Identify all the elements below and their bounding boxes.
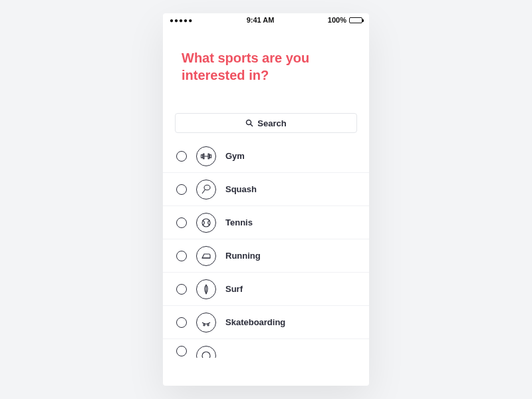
radio-icon[interactable] — [176, 151, 187, 162]
list-item-gym[interactable]: Gym — [163, 140, 369, 173]
list-item-label: Tennis — [225, 217, 253, 227]
svg-point-0 — [247, 120, 251, 125]
svg-point-12 — [203, 324, 205, 325]
list-item-label: Running — [225, 251, 261, 261]
svg-point-9 — [202, 219, 210, 227]
squash-icon — [196, 180, 216, 200]
skateboarding-icon — [196, 313, 216, 332]
list-item-label: Squash — [225, 184, 257, 194]
search-input[interactable]: Search — [175, 113, 357, 133]
list-item-label: Surf — [225, 284, 243, 294]
page-title: What sports are you interested in? — [182, 49, 350, 84]
list-item-surf[interactable]: Surf — [163, 273, 369, 306]
sports-list: Gym Squash Tennis Running — [163, 140, 369, 358]
page-header: What sports are you interested in? — [163, 27, 369, 113]
svg-point-7 — [204, 185, 210, 190]
svg-rect-4 — [203, 154, 205, 159]
gym-icon — [196, 146, 216, 166]
svg-rect-2 — [201, 154, 203, 158]
svg-point-14 — [202, 352, 210, 358]
battery-percent: 100% — [328, 16, 346, 24]
search-placeholder: Search — [257, 118, 286, 128]
radio-icon[interactable] — [176, 346, 187, 356]
tennis-icon — [196, 213, 216, 233]
svg-line-8 — [202, 190, 205, 194]
signal-dots-icon: ●●●●● — [170, 17, 193, 24]
status-time: 9:41 AM — [247, 16, 275, 24]
list-item-label: Skateboarding — [225, 317, 285, 327]
running-icon — [196, 246, 216, 266]
surf-icon — [196, 279, 216, 299]
list-item-tennis[interactable]: Tennis — [163, 206, 369, 239]
list-item-partial[interactable] — [163, 339, 369, 358]
search-icon — [245, 119, 253, 127]
list-item-squash[interactable]: Squash — [163, 173, 369, 206]
battery-icon — [349, 17, 362, 23]
radio-icon[interactable] — [176, 184, 187, 195]
status-bar: ●●●●● 9:41 AM 100% — [163, 13, 369, 27]
phone-frame: ●●●●● 9:41 AM 100% What sports are you i… — [163, 13, 369, 386]
radio-icon[interactable] — [176, 317, 187, 328]
radio-icon[interactable] — [176, 217, 187, 228]
svg-rect-5 — [208, 154, 209, 159]
svg-point-13 — [207, 324, 209, 325]
svg-rect-3 — [209, 154, 211, 158]
list-item-skateboarding[interactable]: Skateboarding — [163, 306, 369, 339]
radio-icon[interactable] — [176, 251, 187, 261]
svg-line-1 — [251, 124, 253, 127]
list-item-label: Gym — [225, 151, 245, 161]
radio-icon[interactable] — [176, 284, 187, 295]
sport-icon — [196, 346, 216, 358]
list-item-running[interactable]: Running — [163, 239, 369, 273]
